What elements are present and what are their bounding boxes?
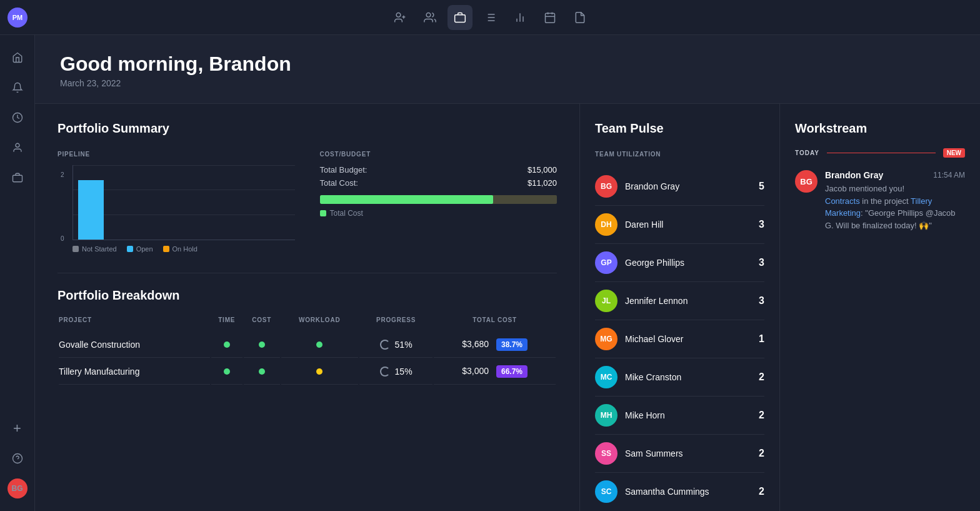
- sidebar-help[interactable]: [5, 446, 30, 471]
- member-count: 3: [759, 257, 764, 268]
- cost-cell: [244, 359, 280, 385]
- member-avatar: MH: [595, 404, 618, 427]
- col-project: PROJECT: [59, 316, 210, 331]
- budget-row: Total Budget: $15,000: [320, 165, 558, 175]
- member-avatar: MG: [595, 328, 618, 350]
- team-members-list: BG Brandon Gray 5 DH Daren Hill 3 GP Geo…: [595, 168, 764, 510]
- team-member-row: MC Mike Cranston 2: [595, 358, 764, 397]
- greeting: Good morning, Brandon: [60, 53, 955, 76]
- legend-open: Open: [127, 245, 153, 253]
- member-avatar: BG: [595, 175, 618, 198]
- team-member-row: JL Jennifer Lennon 3: [595, 282, 764, 320]
- sidebar-clock[interactable]: [5, 105, 30, 130]
- sidebar-bell[interactable]: [5, 75, 30, 100]
- ws-content: Brandon Gray 11:54 AM Jacob mentioned yo…: [825, 170, 965, 231]
- nav-briefcase[interactable]: [448, 5, 472, 30]
- portfolio-section: Portfolio Summary PIPELINE: [35, 104, 580, 511]
- member-name: Jennifer Lennon: [625, 296, 688, 306]
- cost-row: Total Cost: $11,020: [320, 178, 558, 188]
- member-avatar: MC: [595, 366, 618, 388]
- member-left: DH Daren Hill: [595, 213, 663, 236]
- time-cell: [211, 332, 242, 358]
- sidebar-user-avatar[interactable]: BG: [5, 476, 30, 501]
- workload-cell: [281, 359, 358, 385]
- cost-value: $3,680: [462, 339, 489, 349]
- member-count: 2: [759, 372, 764, 383]
- member-left: SS Sam Summers: [595, 442, 683, 465]
- today-bar: TODAY NEW: [795, 148, 965, 158]
- date: March 23, 2022: [60, 78, 955, 88]
- workload-dot: [316, 342, 322, 348]
- svg-point-0: [396, 13, 401, 17]
- nav-chart[interactable]: [508, 5, 532, 30]
- sidebar-users[interactable]: [5, 135, 30, 160]
- breakdown-thead: PROJECT TIME COST WORKLOAD PROGRESS TOTA…: [59, 316, 556, 331]
- col-workload: WORKLOAD: [281, 316, 358, 331]
- chart-container: 2 0: [72, 165, 295, 240]
- cost-budget-label: COST/BUDGET: [320, 151, 558, 158]
- sidebar-bottom: + BG: [5, 416, 30, 501]
- today-label: TODAY: [795, 149, 819, 156]
- member-name: Sam Summers: [625, 448, 683, 458]
- today-line: [827, 153, 936, 153]
- progress-cell: 15%: [359, 359, 432, 385]
- team-utilization-label: TEAM UTILIZATION: [595, 151, 764, 158]
- nav-calendar[interactable]: [538, 5, 562, 30]
- pipeline-area: PIPELINE 2 0: [58, 151, 557, 253]
- sidebar-briefcase[interactable]: [5, 165, 30, 190]
- ws-time: 11:54 AM: [933, 171, 965, 180]
- member-left: MH Mike Horn: [595, 404, 665, 427]
- ws-link-contracts[interactable]: Contracts: [825, 196, 860, 206]
- svg-rect-4: [455, 14, 466, 22]
- section-divider: [58, 273, 557, 273]
- member-name: Daren Hill: [625, 220, 663, 230]
- ws-name: Brandon Gray: [825, 170, 883, 180]
- portfolio-title: Portfolio Summary: [58, 121, 557, 136]
- sidebar-home[interactable]: [5, 45, 30, 70]
- three-col-layout: Portfolio Summary PIPELINE: [35, 104, 980, 511]
- col-progress: PROGRESS: [359, 316, 432, 331]
- nav-people[interactable]: [418, 5, 442, 30]
- pipeline-chart: PIPELINE 2 0: [58, 151, 295, 253]
- progress-icon: [380, 340, 390, 350]
- progress-pct: 51%: [395, 340, 412, 350]
- workstream-items: BG Brandon Gray 11:54 AM Jacob mentioned…: [795, 170, 965, 231]
- progress-cell: 51%: [359, 332, 432, 358]
- sidebar: + BG: [0, 35, 35, 511]
- member-count: 3: [759, 295, 764, 306]
- member-count: 3: [759, 219, 764, 230]
- table-row: Tillery Manufacturing 15% $3,000 66.7%: [59, 359, 556, 385]
- member-left: SC Samantha Cummings: [595, 480, 709, 503]
- chart-legend: Not Started Open On Hold: [72, 245, 295, 253]
- member-avatar: SS: [595, 442, 618, 465]
- top-nav: PM: [0, 0, 980, 35]
- total-cost-cell: $3,000 66.7%: [434, 359, 556, 385]
- workload-dot: [316, 368, 322, 375]
- breakdown-table: PROJECT TIME COST WORKLOAD PROGRESS TOTA…: [58, 315, 557, 386]
- workstream-title: Workstream: [795, 121, 965, 136]
- total-cost-cell: $3,680 38.7%: [434, 332, 556, 358]
- breakdown-title: Portfolio Breakdown: [58, 288, 557, 303]
- progress-pct: 15%: [395, 367, 412, 377]
- nav-person-add[interactable]: [388, 5, 412, 30]
- member-count: 2: [759, 448, 764, 459]
- budget-progress-bar: [320, 195, 558, 204]
- team-member-row: SS Sam Summers 2: [595, 435, 764, 473]
- member-name: George Phillips: [625, 258, 684, 268]
- y-label-2: 2: [61, 171, 64, 178]
- team-member-row: GP George Phillips 3: [595, 244, 764, 282]
- project-name: Tillery Manufacturing: [59, 359, 210, 385]
- cost-dot: [259, 342, 265, 348]
- nav-document[interactable]: [568, 5, 592, 30]
- cost-dot: [259, 368, 265, 375]
- member-left: GP George Phillips: [595, 251, 684, 274]
- team-member-row: SC Samantha Cummings 2: [595, 473, 764, 510]
- logo-button[interactable]: PM: [0, 0, 35, 35]
- sidebar-plus[interactable]: +: [5, 416, 30, 441]
- nav-list[interactable]: [478, 5, 502, 30]
- member-count: 1: [759, 333, 764, 345]
- member-name: Michael Glover: [625, 334, 683, 344]
- member-avatar: SC: [595, 480, 618, 503]
- progress-badge: 38.7%: [496, 338, 528, 351]
- col-total-cost: TOTAL COST: [434, 316, 556, 331]
